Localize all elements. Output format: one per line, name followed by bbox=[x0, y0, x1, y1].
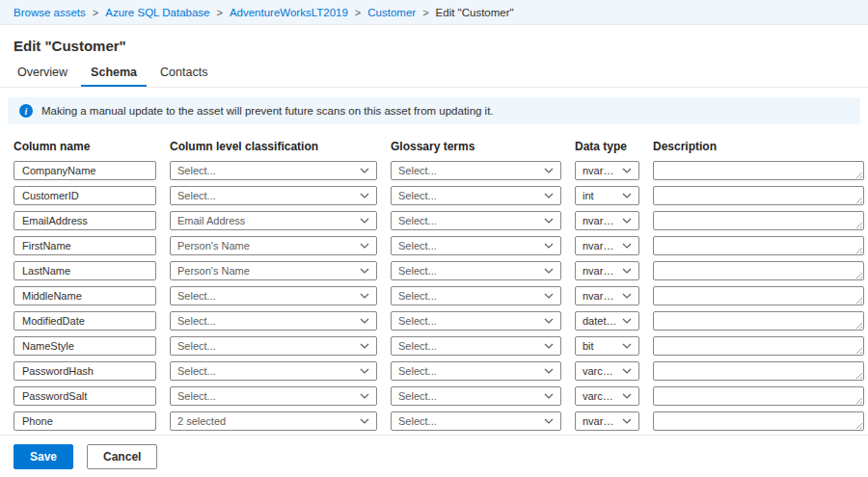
resize-grip-icon bbox=[854, 220, 862, 228]
data-type-value: bit bbox=[583, 340, 594, 352]
glossary-terms-value: Select... bbox=[398, 340, 437, 352]
breadcrumb-separator: > bbox=[355, 7, 361, 18]
table-row: Email Address Select... nvarchar bbox=[0, 211, 868, 230]
glossary-terms-dropdown[interactable]: Select... bbox=[391, 161, 561, 180]
glossary-terms-dropdown[interactable]: Select... bbox=[391, 236, 561, 255]
chevron-down-icon bbox=[622, 393, 632, 399]
cancel-button[interactable]: Cancel bbox=[87, 444, 157, 469]
classification-value: Select... bbox=[177, 315, 216, 327]
classification-dropdown[interactable]: Select... bbox=[170, 361, 377, 381]
data-type-dropdown[interactable]: varchar bbox=[575, 361, 639, 381]
info-icon: i bbox=[19, 104, 33, 118]
column-name-input[interactable] bbox=[14, 161, 156, 180]
data-type-dropdown[interactable]: varchar bbox=[575, 386, 639, 406]
column-name-input[interactable] bbox=[14, 361, 156, 381]
description-input[interactable] bbox=[653, 411, 864, 431]
header-description: Description bbox=[653, 140, 864, 153]
glossary-terms-dropdown[interactable]: Select... bbox=[391, 186, 561, 205]
glossary-terms-dropdown[interactable]: Select... bbox=[391, 336, 561, 356]
classification-dropdown[interactable]: Select... bbox=[170, 311, 377, 331]
classification-value: Select... bbox=[177, 340, 216, 352]
description-input[interactable] bbox=[653, 161, 864, 180]
chevron-down-icon bbox=[360, 368, 369, 374]
table-row: Select... Select... datetime bbox=[0, 311, 868, 331]
chevron-down-icon bbox=[360, 343, 369, 349]
chevron-down-icon bbox=[622, 268, 632, 274]
classification-value: Select... bbox=[177, 290, 216, 302]
save-button[interactable]: Save bbox=[14, 444, 73, 469]
description-input[interactable] bbox=[653, 311, 864, 331]
chevron-down-icon bbox=[544, 343, 554, 349]
header-classification: Column level classification bbox=[170, 140, 377, 153]
glossary-terms-value: Select... bbox=[398, 315, 437, 327]
data-type-dropdown[interactable]: bit bbox=[575, 336, 639, 356]
description-input[interactable] bbox=[653, 361, 864, 381]
data-type-dropdown[interactable]: nvarchar bbox=[575, 211, 639, 230]
classification-dropdown[interactable]: Select... bbox=[170, 186, 377, 205]
data-type-dropdown[interactable]: nvarchar bbox=[575, 261, 639, 280]
table-row: Select... Select... bit bbox=[0, 336, 868, 356]
chevron-down-icon bbox=[622, 318, 632, 324]
description-input[interactable] bbox=[653, 336, 864, 356]
data-type-dropdown[interactable]: nvarchar bbox=[575, 286, 639, 305]
column-name-input[interactable] bbox=[14, 186, 156, 205]
column-name-input[interactable] bbox=[14, 236, 156, 255]
breadcrumb-link[interactable]: Browse assets bbox=[14, 7, 86, 18]
glossary-terms-dropdown[interactable]: Select... bbox=[391, 361, 561, 381]
classification-dropdown[interactable]: Email Address bbox=[170, 211, 377, 230]
glossary-terms-dropdown[interactable]: Select... bbox=[391, 386, 561, 406]
data-type-dropdown[interactable]: nvarchar bbox=[575, 236, 639, 255]
classification-dropdown[interactable]: 2 selected bbox=[170, 411, 377, 431]
classification-dropdown[interactable]: Select... bbox=[170, 336, 377, 356]
chevron-down-icon bbox=[544, 243, 554, 249]
glossary-terms-dropdown[interactable]: Select... bbox=[391, 211, 561, 230]
tab-contacts[interactable]: Contacts bbox=[150, 59, 217, 87]
breadcrumb-link[interactable]: AdventureWorksLT2019 bbox=[230, 7, 348, 18]
chevron-down-icon bbox=[360, 268, 369, 274]
header-glossary-terms: Glossary terms bbox=[391, 140, 561, 153]
description-input[interactable] bbox=[653, 261, 864, 280]
table-row: Person's Name Select... nvarchar bbox=[0, 236, 868, 255]
glossary-terms-dropdown[interactable]: Select... bbox=[391, 261, 561, 280]
breadcrumb-link[interactable]: Customer bbox=[367, 7, 416, 18]
description-input[interactable] bbox=[653, 386, 864, 406]
data-type-dropdown[interactable]: nvarchar bbox=[575, 161, 639, 180]
header-data-type: Data type bbox=[575, 140, 639, 153]
column-name-input[interactable] bbox=[14, 411, 156, 431]
info-banner: i Making a manual update to the asset wi… bbox=[8, 97, 860, 124]
data-type-dropdown[interactable]: datetime bbox=[575, 311, 639, 331]
breadcrumb-separator: > bbox=[93, 7, 98, 18]
glossary-terms-value: Select... bbox=[398, 265, 437, 277]
glossary-terms-value: Select... bbox=[398, 390, 437, 402]
classification-value: Select... bbox=[177, 390, 216, 402]
classification-dropdown[interactable]: Person's Name bbox=[170, 236, 377, 255]
chevron-down-icon bbox=[544, 368, 554, 374]
classification-dropdown[interactable]: Select... bbox=[170, 161, 377, 180]
classification-dropdown[interactable]: Person's Name bbox=[170, 261, 377, 280]
description-input[interactable] bbox=[653, 286, 864, 305]
classification-dropdown[interactable]: Select... bbox=[170, 286, 377, 305]
description-input[interactable] bbox=[653, 236, 864, 255]
breadcrumb-link[interactable]: Azure SQL Database bbox=[105, 7, 209, 18]
tab-overview[interactable]: Overview bbox=[8, 59, 77, 87]
table-row: 2 selected Select... nvarchar bbox=[0, 411, 868, 431]
classification-value: Person's Name bbox=[177, 240, 250, 252]
description-input[interactable] bbox=[653, 211, 864, 230]
glossary-terms-dropdown[interactable]: Select... bbox=[391, 286, 561, 305]
data-type-dropdown[interactable]: int bbox=[575, 186, 639, 205]
column-name-input[interactable] bbox=[14, 311, 156, 331]
column-name-input[interactable] bbox=[14, 261, 156, 280]
glossary-terms-dropdown[interactable]: Select... bbox=[391, 411, 561, 431]
tab-schema[interactable]: Schema bbox=[81, 59, 147, 87]
data-type-dropdown[interactable]: nvarchar bbox=[575, 411, 639, 431]
glossary-terms-dropdown[interactable]: Select... bbox=[391, 311, 561, 331]
description-input[interactable] bbox=[653, 186, 864, 205]
classification-dropdown[interactable]: Select... bbox=[170, 386, 377, 406]
column-name-input[interactable] bbox=[14, 211, 156, 230]
column-name-input[interactable] bbox=[14, 286, 156, 305]
table-row: Person's Name Select... nvarchar bbox=[0, 261, 868, 280]
data-type-value: nvarchar bbox=[583, 265, 617, 277]
column-name-input[interactable] bbox=[14, 386, 156, 406]
column-name-input[interactable] bbox=[14, 336, 156, 356]
data-type-value: datetime bbox=[583, 315, 617, 327]
